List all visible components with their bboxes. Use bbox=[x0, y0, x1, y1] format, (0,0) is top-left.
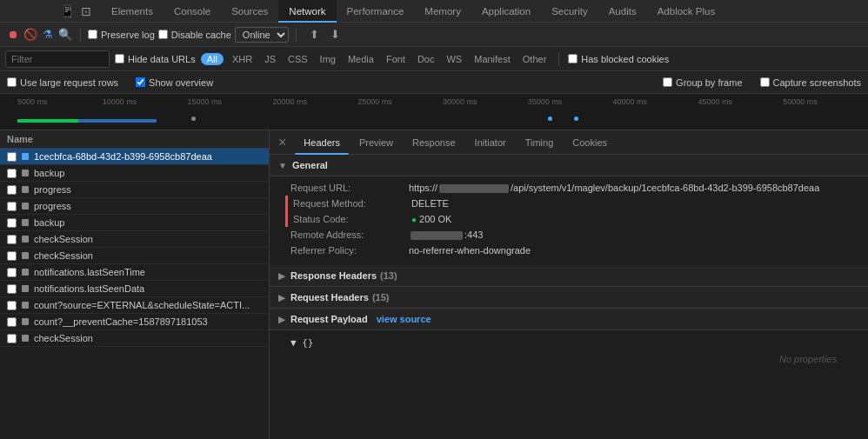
request-item-11[interactable]: checkSession bbox=[0, 330, 269, 347]
request-item-1[interactable]: backup bbox=[0, 165, 269, 182]
detail-tab-cookies[interactable]: Cookies bbox=[564, 130, 616, 155]
filter-bar: Hide data URLs All XHR JS CSS Img Media … bbox=[0, 47, 868, 71]
tab-application[interactable]: Application bbox=[471, 0, 541, 23]
detail-content: ▼ General Request URL: https:///api/syst… bbox=[270, 155, 868, 439]
has-blocked-cookies-label[interactable]: Has blocked cookies bbox=[568, 54, 669, 64]
use-large-rows-checkbox[interactable] bbox=[7, 77, 17, 87]
detail-tab-response[interactable]: Response bbox=[404, 130, 464, 155]
request-method-key: Request Method: bbox=[293, 198, 406, 209]
list-header: Name bbox=[0, 130, 269, 149]
request-item-2[interactable]: progress bbox=[0, 182, 269, 198]
group-by-frame-label[interactable]: Group by frame bbox=[663, 77, 742, 88]
detail-tab-preview[interactable]: Preview bbox=[351, 130, 402, 155]
mobile-icon[interactable]: 📱 bbox=[59, 3, 75, 19]
request-payload-section-header[interactable]: ▶ Request Payload view source bbox=[270, 309, 868, 330]
filter-ws[interactable]: WS bbox=[443, 53, 465, 65]
download-icon[interactable]: ⬇ bbox=[328, 27, 344, 43]
req-checkbox-7[interactable] bbox=[7, 268, 17, 277]
filter-img[interactable]: Img bbox=[317, 53, 339, 65]
request-url-key: Request URL: bbox=[290, 183, 404, 193]
capture-screenshots-checkbox[interactable] bbox=[760, 77, 770, 87]
tab-audits[interactable]: Audits bbox=[598, 0, 647, 23]
referrer-policy-row: Referrer Policy: no-referrer-when-downgr… bbox=[290, 243, 854, 258]
disable-cache-label[interactable]: Disable cache bbox=[158, 30, 231, 40]
filter-manifest[interactable]: Manifest bbox=[471, 53, 514, 65]
request-item-6[interactable]: checkSession bbox=[0, 248, 269, 264]
hide-data-urls-label[interactable]: Hide data URLs bbox=[115, 54, 196, 64]
request-item-0[interactable]: 1cecbfca-68bd-43d2-b399-6958cb87deaa bbox=[0, 149, 269, 165]
hide-data-urls-checkbox[interactable] bbox=[115, 54, 124, 63]
request-headers-title: Request Headers bbox=[290, 292, 369, 303]
filter-doc[interactable]: Doc bbox=[414, 53, 438, 65]
tab-console[interactable]: Console bbox=[164, 0, 221, 23]
req-checkbox-1[interactable] bbox=[7, 169, 17, 178]
request-item-7[interactable]: notifications.lastSeenTime bbox=[0, 264, 269, 281]
throttle-select[interactable]: Online bbox=[235, 27, 289, 43]
record-icon[interactable]: ⏺ bbox=[5, 27, 21, 43]
response-headers-section-header[interactable]: ▶ Response Headers (13) bbox=[270, 265, 868, 287]
general-section-header[interactable]: ▼ General bbox=[270, 155, 868, 176]
capture-screenshots-label[interactable]: Capture screenshots bbox=[760, 77, 862, 88]
search-icon[interactable]: 🔍 bbox=[57, 27, 73, 43]
group-by-frame-checkbox[interactable] bbox=[663, 77, 672, 87]
tab-performance[interactable]: Performance bbox=[337, 0, 415, 23]
request-item-4[interactable]: backup bbox=[0, 215, 269, 231]
preserve-log-label[interactable]: Preserve log bbox=[88, 30, 155, 40]
tl-label-6: 35000 ms bbox=[528, 97, 613, 106]
request-item-8[interactable]: notifications.lastSeenData bbox=[0, 281, 269, 297]
tab-security[interactable]: Security bbox=[541, 0, 598, 23]
req-color-3 bbox=[22, 203, 29, 210]
req-checkbox-5[interactable] bbox=[7, 235, 17, 244]
filter-input[interactable] bbox=[5, 50, 110, 68]
upload-icon[interactable]: ⬆ bbox=[307, 27, 323, 43]
use-large-rows-label[interactable]: Use large request rows bbox=[7, 77, 118, 88]
request-item-3[interactable]: progress bbox=[0, 198, 269, 215]
tab-memory[interactable]: Memory bbox=[414, 0, 471, 23]
show-overview-label[interactable]: Show overview bbox=[136, 77, 213, 88]
request-headers-section-header[interactable]: ▶ Request Headers (15) bbox=[270, 287, 868, 309]
req-checkbox-11[interactable] bbox=[7, 334, 17, 343]
tab-sources[interactable]: Sources bbox=[221, 0, 278, 23]
filter-font[interactable]: Font bbox=[383, 53, 409, 65]
request-item-10[interactable]: count?__preventCache=1587897181053 bbox=[0, 314, 269, 330]
tl-label-0: 5000 ms bbox=[17, 97, 103, 106]
req-checkbox-3[interactable] bbox=[7, 202, 17, 211]
detail-tab-initiator[interactable]: Initiator bbox=[466, 130, 515, 155]
request-item-5[interactable]: checkSession bbox=[0, 231, 269, 248]
cursor-icon[interactable]: ⊡ bbox=[78, 3, 94, 19]
request-list[interactable]: 1cecbfca-68bd-43d2-b399-6958cb87deaa bac… bbox=[0, 149, 269, 439]
filter-media[interactable]: Media bbox=[344, 53, 377, 65]
req-checkbox-0[interactable] bbox=[7, 152, 17, 162]
disable-cache-checkbox[interactable] bbox=[158, 30, 168, 39]
preserve-log-checkbox[interactable] bbox=[88, 30, 97, 39]
filter-other[interactable]: Other bbox=[519, 53, 551, 65]
tl-label-4: 25000 ms bbox=[357, 97, 443, 106]
has-blocked-cookies-checkbox[interactable] bbox=[568, 54, 578, 63]
filter-css[interactable]: CSS bbox=[284, 53, 311, 65]
req-checkbox-9[interactable] bbox=[7, 301, 17, 310]
filter-js[interactable]: JS bbox=[261, 53, 279, 65]
close-button[interactable]: × bbox=[275, 135, 290, 150]
view-source-link[interactable]: view source bbox=[377, 314, 431, 324]
request-item-9[interactable]: count?source=EXTERNAL&scheduleState=ACTI… bbox=[0, 297, 269, 314]
tab-adblock[interactable]: Adblock Plus bbox=[647, 0, 725, 23]
req-checkbox-4[interactable] bbox=[7, 218, 17, 228]
tl-label-7: 40000 ms bbox=[613, 97, 698, 106]
req-checkbox-2[interactable] bbox=[7, 185, 17, 195]
status-code-key: Status Code: bbox=[293, 214, 406, 224]
tab-network[interactable]: Network bbox=[278, 0, 336, 23]
tl-label-5: 30000 ms bbox=[443, 97, 528, 106]
detail-tab-headers[interactable]: Headers bbox=[295, 130, 349, 155]
separator-1 bbox=[80, 28, 81, 42]
filter-xhr[interactable]: XHR bbox=[229, 53, 256, 65]
show-overview-checkbox[interactable] bbox=[136, 77, 145, 87]
filter-icon[interactable]: ⚗ bbox=[40, 27, 56, 43]
detail-panel: × Headers Preview Response Initiator Tim… bbox=[270, 130, 868, 439]
filter-all[interactable]: All bbox=[201, 53, 224, 65]
req-checkbox-10[interactable] bbox=[7, 317, 17, 327]
req-checkbox-6[interactable] bbox=[7, 251, 17, 261]
clear-icon[interactable]: 🚫 bbox=[23, 27, 38, 43]
tab-elements[interactable]: Elements bbox=[101, 0, 164, 23]
req-checkbox-8[interactable] bbox=[7, 284, 17, 294]
detail-tab-timing[interactable]: Timing bbox=[517, 130, 563, 155]
